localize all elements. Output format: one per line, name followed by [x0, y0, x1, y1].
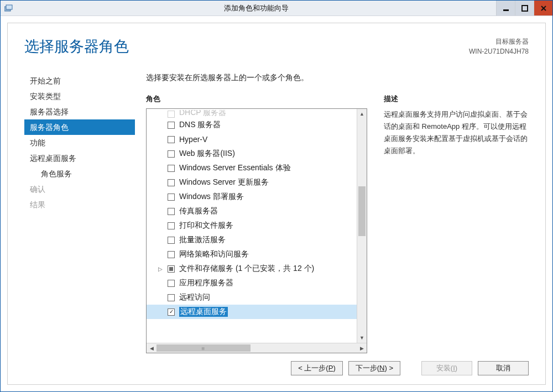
nav-item-2[interactable]: 服务器选择	[24, 104, 135, 119]
checkbox[interactable]	[168, 222, 175, 229]
maximize-button[interactable]	[515, 1, 534, 15]
scroll-down-icon[interactable]: ▼	[357, 333, 367, 343]
svg-rect-1	[6, 5, 12, 9]
target-info: 目标服务器 WIN-2U71DN4JH78	[469, 36, 529, 56]
nav-item-5[interactable]: 远程桌面服务	[24, 150, 135, 166]
roles-list[interactable]: DHCP 服务器DNS 服务器Hyper-VWeb 服务器(IIS)Window…	[147, 109, 357, 343]
role-row[interactable]: 网络策略和访问服务	[147, 247, 357, 262]
role-label: 文件和存储服务 (1 个已安装，共 12 个)	[179, 264, 314, 274]
horizontal-scrollbar[interactable]: ◀ ≡ ▶	[147, 343, 367, 353]
role-row[interactable]: 批量激活服务	[147, 233, 357, 247]
role-row[interactable]: Windows Server Essentials 体验	[147, 161, 357, 175]
expand-icon[interactable]: ▷	[158, 266, 163, 272]
role-label: Windows 部署服务	[179, 192, 244, 202]
role-row[interactable]: DHCP 服务器	[147, 110, 357, 118]
checkbox[interactable]	[168, 265, 175, 273]
svg-rect-3	[522, 6, 528, 11]
wizard-window: 添加角色和功能向导 选择服务器角色 目标服务器 WIN-2U71DN4JH78	[0, 0, 553, 392]
role-row[interactable]: Web 服务器(IIS)	[147, 147, 357, 161]
description-panel: 描述 远程桌面服务支持用户访问虚拟桌面、基于会话的桌面和 RemoteApp 程…	[384, 94, 529, 353]
checkbox[interactable]	[168, 122, 175, 129]
role-row[interactable]: Hyper-V	[147, 132, 357, 147]
role-row[interactable]: 远程桌面服务	[147, 305, 357, 319]
next-button[interactable]: 下一步(N) >	[348, 361, 400, 375]
app-icon	[1, 4, 16, 12]
roles-label: 角色	[146, 94, 367, 104]
roles-listbox: DHCP 服务器DNS 服务器Hyper-VWeb 服务器(IIS)Window…	[146, 108, 367, 353]
nav-item-6[interactable]: 角色服务	[24, 166, 135, 181]
checkbox[interactable]	[168, 194, 175, 201]
close-button[interactable]	[534, 1, 552, 15]
window-title: 添加角色和功能向导	[16, 3, 496, 13]
scroll-thumb[interactable]	[358, 186, 366, 236]
scroll-left-icon[interactable]: ◀	[147, 346, 156, 351]
checkbox[interactable]	[168, 136, 175, 143]
role-label: DNS 服务器	[179, 120, 221, 130]
checkbox[interactable]	[168, 165, 175, 172]
nav-item-3[interactable]: 服务器角色	[24, 119, 135, 135]
checkbox[interactable]	[168, 208, 175, 215]
role-label: DHCP 服务器	[179, 110, 226, 118]
nav-item-7: 确认	[24, 181, 135, 197]
install-button: 安装(I)	[421, 361, 472, 375]
role-row[interactable]: Windows 部署服务	[147, 190, 357, 204]
content: 选择服务器角色 目标服务器 WIN-2U71DN4JH78 开始之前安装类型服务…	[1, 16, 552, 391]
checkbox[interactable]	[168, 280, 175, 287]
minimize-button[interactable]	[496, 1, 515, 15]
titlebar: 添加角色和功能向导	[1, 1, 552, 16]
role-label: Web 服务器(IIS)	[179, 149, 235, 159]
checkbox[interactable]	[168, 150, 175, 158]
checkbox[interactable]	[168, 309, 175, 316]
nav-item-8: 结果	[24, 197, 135, 212]
role-label: 打印和文件服务	[179, 221, 233, 231]
role-label: Windows Server 更新服务	[179, 177, 269, 187]
role-label: Hyper-V	[179, 135, 207, 144]
role-row[interactable]: 传真服务器	[147, 204, 357, 218]
nav-item-0[interactable]: 开始之前	[24, 73, 135, 88]
main-panel: 选择要安装在所选服务器上的一个或多个角色。 角色 DHCP 服务器DNS 服务器…	[146, 73, 529, 353]
role-label: 应用程序服务器	[179, 278, 233, 288]
footer-buttons: < 上一步(P) 下一步(N) > 安装(I) 取消	[24, 353, 529, 375]
checkbox[interactable]	[168, 237, 175, 244]
description-label: 描述	[384, 94, 529, 104]
scroll-up-icon[interactable]: ▲	[357, 109, 367, 119]
role-label: 网络策略和访问服务	[179, 249, 249, 259]
role-row[interactable]: 应用程序服务器	[147, 276, 357, 290]
checkbox[interactable]	[168, 251, 175, 258]
inner-panel: 选择服务器角色 目标服务器 WIN-2U71DN4JH78 开始之前安装类型服务…	[7, 23, 546, 385]
role-label: 远程桌面服务	[179, 307, 228, 317]
role-label: 传真服务器	[179, 206, 218, 216]
nav-item-1[interactable]: 安装类型	[24, 88, 135, 104]
role-row[interactable]: Windows Server 更新服务	[147, 175, 357, 190]
window-buttons	[496, 1, 552, 15]
checkbox[interactable]	[168, 294, 175, 301]
checkbox[interactable]	[168, 179, 175, 186]
page-title: 选择服务器角色	[24, 36, 129, 56]
role-row[interactable]: 远程访问	[147, 290, 357, 305]
role-row[interactable]: ▷文件和存储服务 (1 个已安装，共 12 个)	[147, 262, 357, 276]
checkbox[interactable]	[168, 111, 175, 118]
previous-button[interactable]: < 上一步(P)	[291, 361, 343, 375]
role-label: 远程访问	[179, 292, 210, 302]
nav-item-4[interactable]: 功能	[24, 135, 135, 150]
target-label: 目标服务器	[469, 36, 529, 46]
instruction-text: 选择要安装在所选服务器上的一个或多个角色。	[146, 73, 529, 83]
description-text: 远程桌面服务支持用户访问虚拟桌面、基于会话的桌面和 RemoteApp 程序。可…	[384, 108, 529, 157]
scroll-right-icon[interactable]: ▶	[357, 346, 367, 351]
vertical-scrollbar[interactable]: ▲ ▼	[357, 109, 367, 343]
cancel-button[interactable]: 取消	[478, 361, 529, 375]
svg-rect-2	[503, 9, 509, 11]
role-row[interactable]: DNS 服务器	[147, 118, 357, 132]
target-name: WIN-2U71DN4JH78	[469, 46, 529, 56]
roles-panel: 角色 DHCP 服务器DNS 服务器Hyper-VWeb 服务器(IIS)Win…	[146, 94, 367, 353]
role-row[interactable]: 打印和文件服务	[147, 218, 357, 233]
hscroll-thumb[interactable]: ≡	[156, 344, 251, 352]
role-label: 批量激活服务	[179, 235, 226, 245]
role-label: Windows Server Essentials 体验	[179, 163, 291, 173]
nav-sidebar: 开始之前安装类型服务器选择服务器角色功能远程桌面服务角色服务确认结果	[24, 73, 135, 353]
